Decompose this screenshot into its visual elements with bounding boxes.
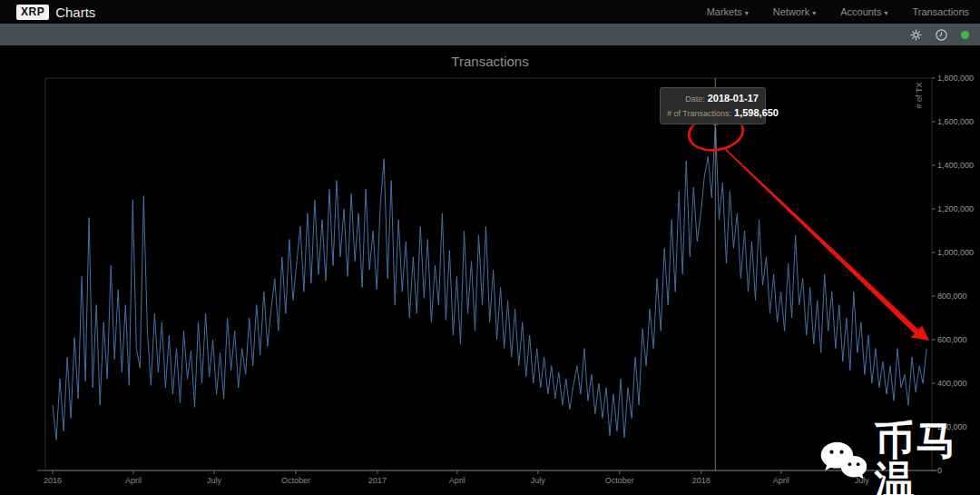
chevron-down-icon: ▾ — [884, 9, 887, 17]
tooltip-date-row: Date:2018-01-17 — [667, 91, 759, 105]
chevron-down-icon: ▾ — [812, 9, 816, 17]
x-tick-label: October — [281, 476, 310, 485]
x-tick-label: October — [605, 476, 634, 485]
x-tick-label: April — [773, 476, 789, 485]
transactions-line — [53, 122, 926, 440]
transactions-chart-panel: Transactions # of TX 2016AprilJulyOctobe… — [0, 45, 980, 495]
x-tick-label: July — [531, 476, 545, 485]
chevron-down-icon: ▾ — [745, 9, 749, 17]
chart-tooltip: Date:2018-01-17 # of Transactions:1,598,… — [660, 87, 766, 124]
plot-border — [45, 78, 932, 470]
y-tick-label: 1,000,000 — [937, 248, 974, 257]
y-tick-label: 1,800,000 — [937, 74, 974, 83]
watermark: 币马温 — [819, 421, 980, 495]
connection-status-dot — [961, 31, 969, 39]
logo-suffix-label: Charts — [55, 5, 95, 20]
xrp-charts-logo[interactable]: XRP Charts — [16, 5, 95, 20]
y-tick-label: 1,600,000 — [937, 117, 974, 126]
y-tick-label: 400,000 — [937, 379, 967, 388]
wechat-icon — [819, 437, 867, 484]
y-tick-label: 1,400,000 — [937, 161, 974, 170]
x-tick-label: 2018 — [692, 476, 710, 485]
tooltip-date-label: Date: — [685, 94, 705, 104]
red-arrow-annotation — [722, 146, 929, 341]
nav-item-transactions[interactable]: Transactions — [912, 6, 969, 17]
top-navigation-bar: XRP Charts Markets▾ Network▾ Accounts▾ T… — [0, 0, 980, 24]
x-tick-label: April — [125, 476, 142, 485]
clock-icon[interactable] — [936, 29, 947, 41]
tooltip-tx-value: 1,598,650 — [734, 107, 779, 118]
x-tick-label: July — [207, 476, 221, 485]
tooltip-tx-label: # of Transactions: — [667, 109, 731, 118]
x-tick-label: 2017 — [368, 476, 387, 485]
y-tick-label: 800,000 — [937, 292, 967, 301]
sub-toolbar — [0, 24, 980, 45]
main-nav: Markets▾ Network▾ Accounts▾ Transactions — [707, 6, 969, 17]
xrp-logo-icon: XRP — [16, 5, 49, 20]
axis-ticks — [53, 78, 936, 474]
x-tick-label: 2016 — [44, 476, 62, 485]
nav-item-network[interactable]: Network▾ — [773, 6, 816, 17]
y-tick-label: 1,200,000 — [937, 204, 974, 213]
watermark-text: 币马温 — [874, 421, 980, 495]
nav-item-markets[interactable]: Markets▾ — [707, 6, 749, 17]
tooltip-tx-row: # of Transactions:1,598,650 — [667, 105, 759, 120]
nav-item-accounts[interactable]: Accounts▾ — [840, 6, 887, 17]
theme-toggle-icon[interactable] — [910, 29, 922, 41]
x-tick-label: April — [449, 476, 466, 485]
tooltip-date-value: 2018-01-17 — [708, 93, 759, 104]
y-axis-title: # of TX — [915, 83, 924, 109]
y-tick-label: 600,000 — [937, 335, 967, 344]
